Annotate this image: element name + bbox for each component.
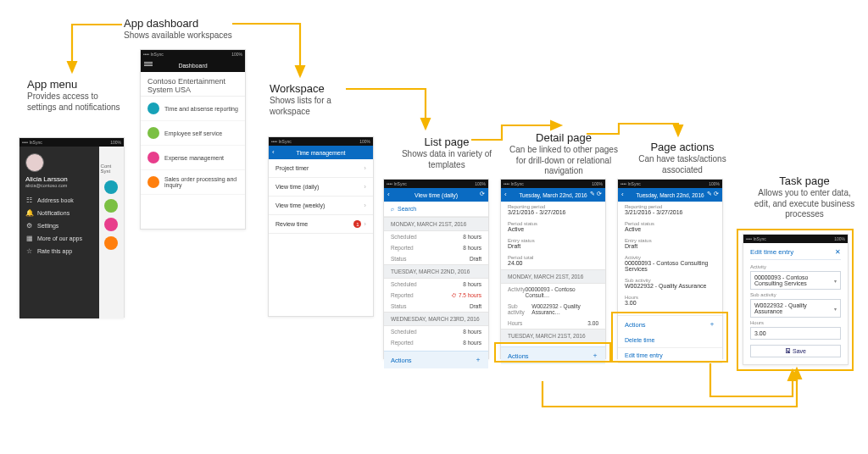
nav-drawer: Alicia Larsson alicia@contoso.com ☷Addre…: [19, 147, 99, 318]
list-review-time[interactable]: Review time1›: [269, 215, 373, 234]
user-name: Alicia Larsson: [25, 175, 93, 183]
page-title: Tuesday, March 22nd, 2016: [636, 192, 704, 198]
search-input[interactable]: ⌕Search: [384, 202, 488, 217]
refresh-icon[interactable]: ⟳: [714, 191, 719, 197]
refresh-icon[interactable]: ⟳: [597, 191, 602, 197]
group-header: MONDAY, MARCH 21ST, 2016: [501, 269, 605, 284]
phone-detail: •••• InSync100% ‹ Tuesday, March 22nd, 2…: [500, 179, 606, 359]
company-name: Contoso Entertainment System USA: [141, 72, 245, 96]
phone-dashboard: •••• InSync100% Dashboard Contoso Entert…: [140, 49, 246, 230]
list-item[interactable]: Reported8 hours: [384, 242, 488, 253]
actions-bar[interactable]: Actions＋: [384, 351, 488, 368]
label-dashboard: App dashboard Shows available workspaces: [124, 17, 251, 42]
menu-addressbook[interactable]: ☷Address book: [25, 197, 93, 204]
hamburger-icon[interactable]: [144, 61, 153, 69]
subactivity-select[interactable]: W0022932 - Quality Assurance▾: [750, 299, 841, 318]
activity-select[interactable]: 00000093 - Contoso Consulting Services▾: [750, 271, 841, 290]
list-item[interactable]: Activity00000093 - Contoso Consult…: [501, 284, 605, 301]
menu-settings[interactable]: ⚙Settings: [25, 222, 93, 230]
edit-icon[interactable]: ✎: [590, 191, 595, 197]
back-icon[interactable]: ‹: [504, 191, 507, 198]
page-title: Time management: [296, 150, 345, 156]
label-pageactions: Page actions Can have tasks/actions asso…: [627, 141, 737, 175]
warning-icon: ⏱: [452, 293, 457, 298]
actions-bar[interactable]: Actions＋: [618, 315, 722, 333]
close-icon[interactable]: ✕: [835, 248, 841, 256]
menu-rate[interactable]: ☆Rate this app: [25, 247, 93, 255]
chip-icon: [104, 218, 118, 231]
navbar: ‹ Tuesday, March 22nd, 2016 ✎ ⟳: [501, 188, 605, 202]
chevron-down-icon: ▾: [834, 278, 837, 284]
edit-icon[interactable]: ✎: [707, 191, 712, 197]
chevron-right-icon: ›: [364, 183, 366, 191]
list-item[interactable]: Reported⏱ 7.5 hours: [384, 290, 488, 301]
circle-icon: [147, 176, 159, 188]
plus-icon[interactable]: ＋: [592, 352, 598, 360]
navbar: Dashboard: [141, 58, 245, 72]
list-view-daily[interactable]: View time (daily)›: [269, 178, 373, 197]
circle-icon: [147, 102, 159, 114]
navbar: ‹ Time management: [269, 146, 373, 159]
label-taskpage: Task page Allows you to enter data, edit…: [749, 174, 860, 220]
refresh-icon[interactable]: ⟳: [480, 191, 485, 197]
chip-icon: [104, 199, 118, 213]
actions-bar[interactable]: Actions＋: [501, 346, 605, 364]
chevron-right-icon: ›: [364, 164, 366, 172]
list-item[interactable]: Scheduled8 hours: [384, 279, 488, 290]
page-title: Tuesday, March 22nd, 2016: [519, 192, 587, 198]
peek-dashboard: ContSyst: [99, 147, 124, 318]
workspace-sales[interactable]: Sales order processing and inquiry: [141, 170, 245, 195]
list-scroll[interactable]: MONDAY, MARCH 21ST, 2016 Scheduled8 hour…: [384, 217, 488, 351]
statusbar: •••• InSync100%: [19, 138, 124, 147]
save-button[interactable]: 🖫 Save: [750, 345, 841, 357]
back-icon[interactable]: ‹: [387, 191, 390, 198]
workspace-expense[interactable]: Expense management: [141, 146, 245, 170]
label-listpage: List page Shows data in variety of templ…: [392, 136, 502, 170]
bell-icon: 🔔: [25, 209, 33, 217]
workspace-ess[interactable]: Employee self service: [141, 121, 245, 146]
list-item[interactable]: Activity00000150 - Cycles Sales and…: [501, 343, 605, 346]
list-item[interactable]: Hours3.00: [501, 318, 605, 329]
list-project-timer[interactable]: Project timer›: [269, 159, 373, 178]
grid-icon: ☷: [25, 197, 33, 204]
plus-icon[interactable]: ＋: [709, 320, 715, 329]
action-delete-time[interactable]: Delete time: [618, 333, 722, 348]
list-view-weekly[interactable]: View time (weekly)›: [269, 197, 373, 215]
phone-workspace: •••• InSync100% ‹ Time management Projec…: [268, 136, 374, 317]
plus-icon[interactable]: ＋: [475, 356, 481, 364]
star-icon: ☆: [25, 247, 33, 255]
group-header: TUESDAY, MARCH 21ST, 2016: [501, 329, 605, 343]
list-item[interactable]: Scheduled8 hours: [384, 326, 488, 337]
search-icon: ⌕: [391, 206, 394, 212]
menu-moreapps[interactable]: ▦More of our apps: [25, 235, 93, 242]
count-badge: 1: [353, 220, 361, 228]
chevron-right-icon: ›: [364, 220, 366, 228]
chevron-down-icon: ▾: [834, 306, 837, 312]
group-header: MONDAY, MARCH 21ST, 2016: [384, 217, 488, 231]
list-item[interactable]: StatusDraft: [384, 301, 488, 312]
phone-taskpage: •••• InSync100% Edit time entry ✕ Activi…: [743, 234, 849, 365]
chip-icon: [104, 236, 118, 250]
group-header: TUESDAY, MARCH 22ND, 2016: [384, 264, 488, 279]
back-icon[interactable]: ‹: [621, 191, 624, 198]
phone-appmenu: •••• InSync100% Alicia Larsson alicia@co…: [19, 137, 125, 318]
apps-icon: ▦: [25, 235, 33, 242]
chevron-right-icon: ›: [364, 202, 366, 209]
list-item[interactable]: StatusDraft: [384, 253, 488, 264]
label-title: App menu: [27, 78, 120, 91]
detail-scroll[interactable]: Reporting period3/21/2016 - 3/27/2016 Pe…: [618, 202, 722, 315]
list-item[interactable]: Sub activityW0022932 - Quality Assuranc…: [501, 301, 605, 318]
label-appmenu: App menu Provides access to settings and…: [27, 78, 120, 113]
list-item[interactable]: Reported8 hours: [384, 337, 488, 348]
list-item[interactable]: Scheduled8 hours: [384, 231, 488, 242]
action-edit-time[interactable]: Edit time entry: [618, 348, 722, 363]
menu-notifications[interactable]: 🔔Notifications: [25, 209, 93, 217]
group-header: WEDNESDAY, MARCH 23RD, 2016: [384, 312, 488, 326]
detail-scroll[interactable]: Reporting period3/21/2016 - 3/27/2016 Pe…: [501, 202, 605, 346]
label-sub: Provides access to settings and notifica…: [27, 91, 120, 113]
avatar[interactable]: [25, 153, 44, 172]
workspace-time[interactable]: Time and absense reporting: [141, 97, 245, 121]
hours-input[interactable]: 3.00: [750, 327, 841, 340]
circle-icon: [147, 152, 159, 163]
back-icon[interactable]: ‹: [272, 148, 275, 156]
